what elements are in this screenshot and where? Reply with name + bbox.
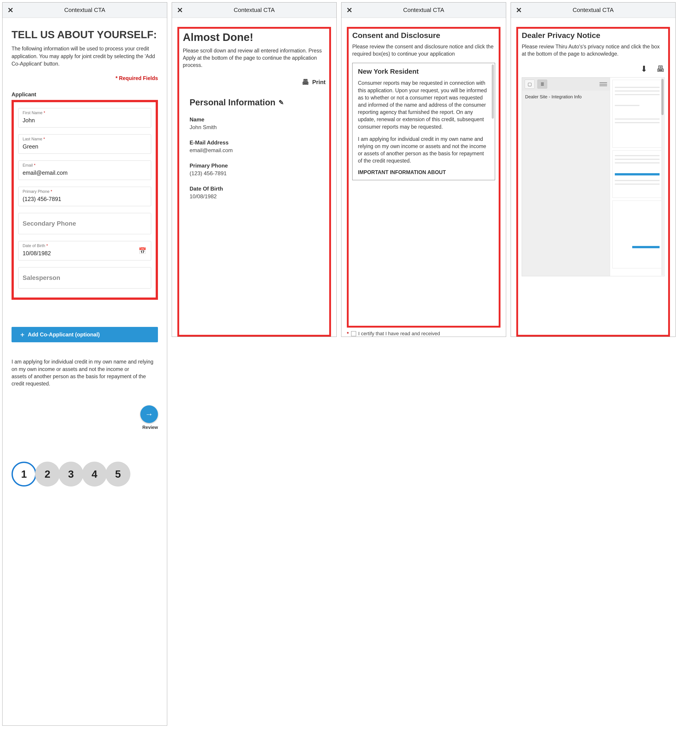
page-lead: The following information will be used t…	[12, 45, 158, 68]
first-name-input[interactable]	[23, 117, 147, 124]
step-2[interactable]: 2	[35, 461, 60, 486]
print-label: Print	[312, 79, 326, 85]
plus-icon: ＋	[19, 332, 25, 338]
panel-header: ✕ Contextual CTA	[3, 3, 167, 18]
download-icon[interactable]: ⬇	[641, 64, 647, 74]
review-email: E-Mail Address email@email.com	[190, 140, 326, 153]
doc-preview: ▢ ≣ Dealer Site - Integration Info	[522, 77, 665, 276]
review-name: Name John Smith	[190, 116, 326, 130]
page-heading: TELL US ABOUT YOURSELF:	[12, 29, 158, 40]
consent-sub: Please review the consent and disclosure…	[352, 43, 495, 57]
panel-header: ✕ Contextual CTA	[172, 3, 337, 18]
panel-header: ✕ Contextual CTA	[511, 3, 675, 18]
annotation-arrow-icon: ➔	[0, 395, 4, 418]
panel-title: Contextual CTA	[234, 7, 275, 13]
consent-scroll-box[interactable]: New York Resident Consumer reports may b…	[352, 63, 495, 180]
panel-consent: ✕ Contextual CTA Consent and Disclosure …	[341, 2, 506, 337]
secondary-phone-placeholder: Secondary Phone	[23, 220, 76, 227]
doc-outline-view-icon[interactable]: ≣	[537, 80, 547, 88]
primary-phone-input[interactable]	[23, 196, 147, 202]
close-icon[interactable]: ✕	[516, 7, 522, 14]
step-1[interactable]: 1	[12, 461, 36, 486]
email-field[interactable]: Email *	[18, 161, 151, 180]
review-phone: Primary Phone (123) 456-7891	[190, 162, 326, 177]
form-highlight: First Name * Last Name * Email * Primary…	[12, 100, 158, 300]
close-icon[interactable]: ✕	[346, 7, 353, 14]
last-name-label: Last Name *	[23, 137, 147, 142]
scrollbar[interactable]	[492, 65, 494, 119]
panel-title: Contextual CTA	[64, 7, 105, 13]
print-icon[interactable]: 🖶	[656, 64, 665, 74]
salesperson-field[interactable]: Salesperson	[18, 267, 151, 289]
doc-page-2	[612, 150, 662, 198]
panel-title: Contextual CTA	[572, 7, 614, 13]
dob-input[interactable]	[23, 250, 147, 256]
panel-privacy-notice: ✕ Contextual CTA Dealer Privacy Notice P…	[511, 2, 676, 337]
review-label: Review	[142, 425, 158, 430]
primary-phone-field[interactable]: Primary Phone *	[18, 187, 151, 206]
close-icon[interactable]: ✕	[177, 7, 183, 14]
almost-done-sub: Please scroll down and review all entere…	[183, 47, 326, 69]
step-indicator: 1 2 3 4 5	[12, 461, 158, 486]
edit-icon[interactable]: ✎	[279, 99, 284, 106]
consent-heading: Consent and Disclosure	[352, 31, 495, 40]
arrow-right-icon: →	[145, 410, 153, 419]
print-icon: 🖶	[302, 78, 309, 86]
applicant-section-label: Applicant	[12, 91, 158, 98]
required-star: *	[347, 331, 349, 337]
panel-title: Contextual CTA	[403, 7, 444, 13]
certify-checkbox[interactable]	[351, 331, 356, 336]
secondary-phone-field[interactable]: Secondary Phone	[18, 213, 151, 234]
doc-view-toolbar: ▢ ≣	[522, 78, 610, 91]
last-name-field[interactable]: Last Name *	[18, 134, 151, 154]
consent-important: IMPORTANT INFORMATION ABOUT	[358, 170, 490, 175]
doc-title: Dealer Site - Integration Info	[522, 91, 610, 103]
privacy-heading: Dealer Privacy Notice	[522, 31, 665, 40]
consent-paragraph-2: I am applying for individual credit in m…	[358, 136, 490, 165]
primary-phone-label: Primary Phone *	[23, 189, 147, 194]
review-button[interactable]: →	[140, 405, 158, 423]
doc-thumbnail-view-icon[interactable]: ▢	[525, 80, 535, 88]
certify-row: * I certify that I have read and receive…	[347, 331, 500, 337]
step-3[interactable]: 3	[59, 461, 83, 486]
doc-toolbar-actions: ⬇ 🖶	[522, 64, 665, 74]
doc-page-1	[612, 80, 662, 147]
review-highlight: Almost Done! Please scroll down and revi…	[177, 27, 331, 337]
last-name-input[interactable]	[23, 143, 147, 150]
doc-scrollbar-thumb[interactable]	[661, 79, 664, 115]
first-name-label: First Name *	[23, 111, 147, 115]
required-fields-note: * Required Fields	[12, 75, 158, 81]
doc-pages-area[interactable]	[610, 78, 664, 276]
doc-page-3	[612, 200, 662, 268]
credit-disclaimer: I am applying for individual credit in m…	[12, 358, 158, 387]
email-label: Email *	[23, 163, 147, 168]
consent-resident-title: New York Resident	[358, 68, 490, 75]
add-co-applicant-button[interactable]: ＋ Add Co-Applicant (optional)	[12, 327, 158, 342]
add-co-applicant-label: Add Co-Applicant (optional)	[28, 332, 100, 338]
first-name-field[interactable]: First Name *	[18, 108, 151, 128]
consent-highlight: Consent and Disclosure Please review the…	[347, 27, 500, 327]
doc-menu-icon[interactable]	[600, 80, 607, 88]
privacy-highlight: Dealer Privacy Notice Please review Thir…	[516, 27, 670, 337]
doc-scrollbar[interactable]	[661, 78, 664, 276]
personal-info-title: Personal Information ✎	[190, 98, 326, 108]
salesperson-placeholder: Salesperson	[23, 274, 60, 281]
calendar-icon[interactable]: 📅	[138, 247, 146, 255]
step-4[interactable]: 4	[82, 461, 107, 486]
almost-done-heading: Almost Done!	[183, 31, 326, 43]
panel-applicant-form: ✕ Contextual CTA TELL US ABOUT YOURSELF:…	[2, 2, 167, 726]
privacy-sub: Please review Thiru Auto's's privacy not…	[522, 43, 665, 57]
step-5[interactable]: 5	[106, 461, 130, 486]
print-button[interactable]: 🖶 Print	[183, 78, 326, 86]
close-icon[interactable]: ✕	[7, 7, 13, 14]
consent-paragraph-1: Consumer reports may be requested in con…	[358, 80, 490, 130]
dob-label: Date of Birth *	[23, 243, 147, 248]
certify-text: I certify that I have read and received	[358, 331, 440, 337]
review-dob: Date Of Birth 10/08/1982	[190, 186, 326, 200]
panel-almost-done: ✕ Contextual CTA Almost Done! Please scr…	[172, 2, 337, 337]
doc-sidebar: ▢ ≣ Dealer Site - Integration Info	[522, 78, 610, 276]
dob-field[interactable]: Date of Birth * 📅	[18, 241, 151, 261]
email-input[interactable]	[23, 170, 147, 176]
panel-header: ✕ Contextual CTA	[341, 3, 506, 18]
